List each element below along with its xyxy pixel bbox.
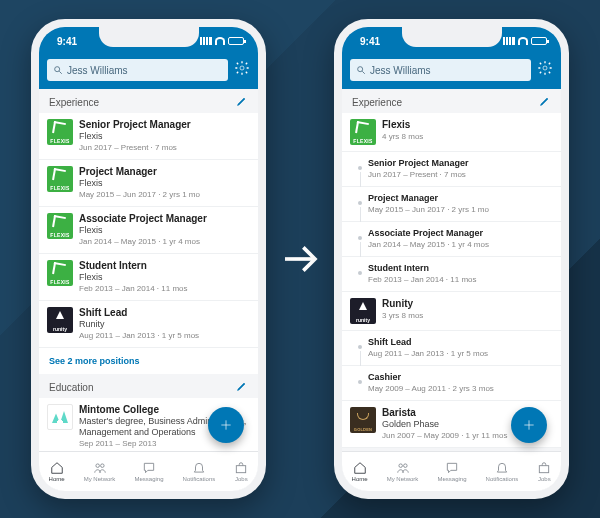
tab-network[interactable]: My Network: [387, 461, 419, 482]
see-more-positions-link[interactable]: See 2 more positions: [39, 348, 258, 374]
experience-item[interactable]: FLEXISStudent InternFlexisFeb 2013 – Jan…: [39, 254, 258, 301]
experience-item[interactable]: FLEXISAssociate Project ManagerFlexisJan…: [39, 207, 258, 254]
role-title: Student Intern: [368, 263, 553, 274]
transition-arrow: [280, 239, 320, 279]
company-total-duration: 3 yrs 8 mos: [382, 310, 553, 321]
bottom-tab-bar: Home My Network Messaging Notifications …: [342, 451, 561, 491]
role-dates: May 2015 – Jun 2017 · 2 yrs 1 mo: [368, 204, 553, 215]
role-dates: May 2009 – Aug 2011 · 2 yrs 3 mos: [368, 383, 553, 394]
phone-after: 9:41 Jess Williams Experience FLEXISFlex…: [334, 19, 569, 499]
section-title: Experience: [352, 97, 402, 108]
experience-role[interactable]: Shift LeadAug 2011 – Jan 2013 · 1 yr 5 m…: [342, 331, 561, 366]
tab-notifications[interactable]: Notifications: [183, 461, 216, 482]
company-logo-flexis: FLEXIS: [47, 213, 73, 239]
bell-icon: [192, 461, 206, 475]
briefcase-icon: [234, 461, 248, 475]
experience-group[interactable]: runityRunity3 yrs 8 mos: [342, 292, 561, 331]
experience-header: Experience: [342, 89, 561, 113]
experience-item[interactable]: FLEXISProject ManagerFlexisMay 2015 – Ju…: [39, 160, 258, 207]
profile-content[interactable]: Experience FLEXISFlexis4 yrs 8 mos Senio…: [342, 89, 561, 451]
top-bar: Jess Williams: [39, 55, 258, 89]
plus-icon: [218, 417, 234, 433]
tab-messaging[interactable]: Messaging: [134, 461, 163, 482]
messaging-icon: [142, 461, 156, 475]
job-dates: May 2015 – Jun 2017 · 2 yrs 1 mo: [79, 189, 250, 200]
search-text: Jess Williams: [67, 65, 128, 76]
experience-role[interactable]: CashierMay 2009 – Aug 2011 · 2 yrs 3 mos: [342, 366, 561, 401]
edit-education-button[interactable]: [236, 380, 248, 394]
role-dates: Jan 2014 – May 2015 · 1 yr 4 mos: [368, 239, 553, 250]
wifi-icon: [215, 37, 225, 45]
experience-header: Experience: [39, 89, 258, 113]
search-icon: [356, 65, 366, 75]
role-title: Cashier: [368, 372, 553, 383]
company-logo-flexis: FLEXIS: [47, 260, 73, 286]
plus-icon: [521, 417, 537, 433]
experience-group[interactable]: FLEXISFlexis4 yrs 8 mos: [342, 113, 561, 152]
job-title: Shift Lead: [79, 307, 250, 319]
job-title: Senior Project Manager: [79, 119, 250, 131]
edit-experience-button[interactable]: [236, 95, 248, 109]
pencil-icon: [236, 380, 248, 392]
briefcase-icon: [537, 461, 551, 475]
job-company: Flexis: [79, 272, 250, 283]
experience-item[interactable]: FLEXISSenior Project ManagerFlexisJun 20…: [39, 113, 258, 160]
settings-button[interactable]: [537, 60, 553, 80]
battery-icon: [228, 37, 244, 45]
signal-icon: [503, 37, 515, 45]
job-company: Runity: [79, 319, 250, 330]
job-title: Associate Project Manager: [79, 213, 250, 225]
role-title: Associate Project Manager: [368, 228, 553, 239]
tab-jobs[interactable]: Jobs: [234, 461, 248, 482]
role-title: Senior Project Manager: [368, 158, 553, 169]
tab-jobs[interactable]: Jobs: [537, 461, 551, 482]
network-icon: [396, 461, 410, 475]
experience-role[interactable]: Associate Project ManagerJan 2014 – May …: [342, 222, 561, 257]
company-logo-flexis: FLEXIS: [350, 119, 376, 145]
tab-home[interactable]: Home: [352, 461, 368, 482]
tab-notifications[interactable]: Notifications: [486, 461, 519, 482]
phone-before: 9:41 Jess Williams Experience FLEXISSeni…: [31, 19, 266, 499]
add-fab-button[interactable]: [511, 407, 547, 443]
pencil-icon: [236, 95, 248, 107]
job-title: Project Manager: [79, 166, 250, 178]
tab-messaging[interactable]: Messaging: [437, 461, 466, 482]
home-icon: [353, 461, 367, 475]
section-title: Education: [49, 382, 93, 393]
company-logo-flexis: FLEXIS: [47, 119, 73, 145]
search-input[interactable]: Jess Williams: [350, 59, 531, 81]
experience-item[interactable]: runityShift LeadRunityAug 2011 – Jan 201…: [39, 301, 258, 348]
company-logo-runity: runity: [47, 307, 73, 333]
role-title: Shift Lead: [368, 337, 553, 348]
settings-button[interactable]: [234, 60, 250, 80]
search-input[interactable]: Jess Williams: [47, 59, 228, 81]
role-dates: Aug 2011 – Jan 2013 · 1 yr 5 mos: [368, 348, 553, 359]
experience-role[interactable]: Project ManagerMay 2015 – Jun 2017 · 2 y…: [342, 187, 561, 222]
pencil-icon: [539, 95, 551, 107]
home-icon: [50, 461, 64, 475]
bottom-tab-bar: Home My Network Messaging Notifications …: [39, 451, 258, 491]
battery-icon: [531, 37, 547, 45]
company-name: Flexis: [382, 119, 553, 131]
search-icon: [53, 65, 63, 75]
notch: [99, 27, 199, 47]
notch: [402, 27, 502, 47]
experience-role[interactable]: Senior Project ManagerJun 2017 – Present…: [342, 152, 561, 187]
search-text: Jess Williams: [370, 65, 431, 76]
tab-home[interactable]: Home: [49, 461, 65, 482]
messaging-icon: [445, 461, 459, 475]
edit-experience-button[interactable]: [539, 95, 551, 109]
tab-network[interactable]: My Network: [84, 461, 116, 482]
profile-content[interactable]: Experience FLEXISSenior Project ManagerF…: [39, 89, 258, 451]
experience-role[interactable]: Student InternFeb 2013 – Jan 2014 · 11 m…: [342, 257, 561, 292]
add-fab-button[interactable]: [208, 407, 244, 443]
job-dates: Feb 2013 – Jan 2014 · 11 mos: [79, 283, 250, 294]
signal-icon: [200, 37, 212, 45]
section-title: Experience: [49, 97, 99, 108]
role-dates: Jun 2017 – Present · 7 mos: [368, 169, 553, 180]
role-title: Project Manager: [368, 193, 553, 204]
wifi-icon: [518, 37, 528, 45]
gear-icon: [234, 60, 250, 76]
bell-icon: [495, 461, 509, 475]
company-name: Runity: [382, 298, 553, 310]
